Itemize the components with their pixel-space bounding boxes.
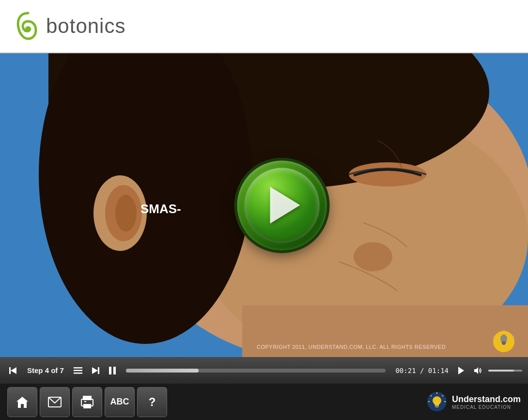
pause-button[interactable] xyxy=(106,364,119,377)
svg-rect-27 xyxy=(109,367,111,374)
progress-bar[interactable] xyxy=(126,369,386,373)
svg-rect-22 xyxy=(74,367,82,369)
understand-title: Understand.com xyxy=(452,394,521,404)
menu-icon xyxy=(74,367,82,374)
svg-rect-23 xyxy=(74,370,82,371)
svg-point-0 xyxy=(25,26,31,32)
svg-point-18 xyxy=(512,336,514,338)
svg-rect-40 xyxy=(435,407,438,408)
svg-rect-28 xyxy=(113,367,116,374)
home-button[interactable] xyxy=(7,387,37,417)
home-icon xyxy=(16,395,29,409)
skip-start-icon xyxy=(9,366,17,375)
volume-fill xyxy=(488,370,514,372)
svg-point-19 xyxy=(503,329,505,331)
svg-line-43 xyxy=(431,395,432,396)
svg-rect-24 xyxy=(74,373,82,374)
abc-button[interactable]: ABC xyxy=(105,387,135,417)
svg-text:COPYRIGHT 2011, UNDERSTAND.COM: COPYRIGHT 2011, UNDERSTAND.COM, LLC. ALL… xyxy=(257,344,446,350)
svg-rect-25 xyxy=(98,367,99,374)
logo-container: botonics xyxy=(15,11,125,42)
svg-point-17 xyxy=(493,336,495,338)
abc-label: ABC xyxy=(110,397,129,407)
progress-fill xyxy=(126,369,199,373)
print-button[interactable] xyxy=(72,387,102,417)
svg-rect-39 xyxy=(435,405,439,407)
play-icon xyxy=(458,367,465,374)
print-icon xyxy=(80,395,94,409)
understand-icon xyxy=(426,391,448,413)
svg-marker-31 xyxy=(16,397,28,408)
svg-text:SMAS-: SMAS- xyxy=(140,202,181,216)
step-label: Step 4 of 7 xyxy=(23,366,68,374)
help-label: ? xyxy=(149,395,156,409)
volume-icon xyxy=(474,367,482,374)
play-outer-ring xyxy=(237,160,327,250)
time-display: 00:21 / 01:14 xyxy=(392,367,451,374)
svg-marker-26 xyxy=(92,367,98,374)
svg-point-12 xyxy=(354,242,392,271)
skip-forward-icon xyxy=(91,366,100,375)
play-triangle-icon xyxy=(270,187,300,224)
skip-to-start-button[interactable] xyxy=(6,364,20,377)
svg-point-16 xyxy=(502,341,506,345)
svg-rect-20 xyxy=(9,367,11,374)
pause-icon xyxy=(109,366,116,375)
svg-marker-29 xyxy=(458,367,464,374)
volume-button[interactable] xyxy=(471,365,485,376)
svg-marker-21 xyxy=(11,367,16,374)
understand-subtitle: MEDICAL EDUCATION xyxy=(452,404,521,410)
svg-rect-35 xyxy=(83,404,91,408)
email-button[interactable] xyxy=(40,387,70,417)
controls-bar: Step 4 of 7 00:21 / 01:14 xyxy=(0,357,528,384)
bottom-buttons: ABC ? xyxy=(7,387,167,417)
play-inner xyxy=(245,168,320,243)
understand-branding: Understand.com MEDICAL EDUCATION xyxy=(426,391,521,413)
chapter-menu-button[interactable] xyxy=(71,365,85,376)
volume-slider[interactable] xyxy=(488,370,522,372)
bottom-toolbar: ABC ? Understand.com MEDICAL EDUCATION xyxy=(0,384,528,420)
svg-point-10 xyxy=(115,195,137,232)
video-player[interactable]: SMAS- COPYRIGHT 2011, UNDERSTAND.COM, LL… xyxy=(0,53,528,357)
play-button-ctrl[interactable] xyxy=(454,365,468,376)
botonics-logo-icon xyxy=(15,11,41,42)
understand-text: Understand.com MEDICAL EDUCATION xyxy=(452,394,521,410)
svg-line-42 xyxy=(442,395,443,396)
help-button[interactable]: ? xyxy=(137,387,167,417)
play-button[interactable] xyxy=(237,160,327,250)
logo-text: botonics xyxy=(46,15,125,38)
svg-marker-30 xyxy=(474,367,478,374)
email-icon xyxy=(48,397,62,407)
svg-rect-36 xyxy=(84,401,86,402)
skip-forward-button[interactable] xyxy=(88,364,103,377)
header: botonics xyxy=(0,0,528,53)
